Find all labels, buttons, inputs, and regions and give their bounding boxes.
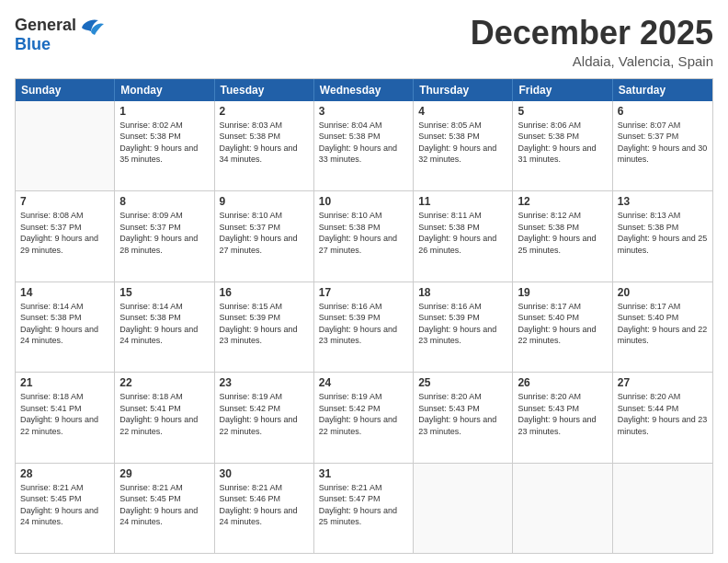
header-day-tuesday: Tuesday	[215, 79, 314, 101]
logo-top: General	[15, 15, 104, 35]
calendar-row-3: 21Sunrise: 8:18 AMSunset: 5:41 PMDayligh…	[16, 372, 712, 462]
empty-cell	[613, 464, 712, 553]
day-number: 22	[119, 376, 209, 389]
logo-general-text: General	[15, 16, 76, 35]
day-info: Sunrise: 8:13 AMSunset: 5:38 PMDaylight:…	[618, 210, 708, 256]
day-cell-30: 30Sunrise: 8:21 AMSunset: 5:46 PMDayligh…	[215, 464, 314, 553]
title-block: December 2025 Aldaia, Valencia, Spain	[471, 15, 713, 69]
day-cell-11: 11Sunrise: 8:11 AMSunset: 5:38 PMDayligh…	[414, 191, 513, 281]
calendar-header: SundayMondayTuesdayWednesdayThursdayFrid…	[16, 79, 712, 101]
day-cell-16: 16Sunrise: 8:15 AMSunset: 5:39 PMDayligh…	[215, 282, 314, 372]
page-header: General Blue December 2025 Aldaia, Valen…	[15, 15, 713, 69]
day-info: Sunrise: 8:20 AMSunset: 5:43 PMDaylight:…	[418, 391, 507, 437]
day-number: 5	[518, 105, 607, 118]
day-cell-17: 17Sunrise: 8:16 AMSunset: 5:39 PMDayligh…	[314, 282, 414, 372]
header-day-monday: Monday	[115, 79, 214, 101]
bird-icon	[78, 15, 104, 35]
day-cell-2: 2Sunrise: 8:03 AMSunset: 5:38 PMDaylight…	[215, 101, 314, 190]
logo-blue-text: Blue	[15, 35, 51, 54]
day-info: Sunrise: 8:20 AMSunset: 5:44 PMDaylight:…	[618, 391, 708, 437]
day-cell-14: 14Sunrise: 8:14 AMSunset: 5:38 PMDayligh…	[16, 282, 115, 372]
day-number: 19	[518, 286, 607, 299]
day-number: 17	[319, 286, 408, 299]
empty-cell	[513, 464, 612, 553]
day-cell-26: 26Sunrise: 8:20 AMSunset: 5:43 PMDayligh…	[513, 373, 612, 462]
day-cell-5: 5Sunrise: 8:06 AMSunset: 5:38 PMDaylight…	[513, 101, 612, 190]
day-number: 27	[618, 376, 708, 389]
day-info: Sunrise: 8:12 AMSunset: 5:38 PMDaylight:…	[518, 210, 607, 256]
day-info: Sunrise: 8:11 AMSunset: 5:38 PMDaylight:…	[418, 210, 507, 256]
day-cell-6: 6Sunrise: 8:07 AMSunset: 5:37 PMDaylight…	[613, 101, 712, 190]
day-info: Sunrise: 8:10 AMSunset: 5:38 PMDaylight:…	[319, 210, 408, 256]
day-info: Sunrise: 8:15 AMSunset: 5:39 PMDaylight:…	[220, 301, 309, 347]
day-cell-13: 13Sunrise: 8:13 AMSunset: 5:38 PMDayligh…	[613, 191, 712, 281]
day-info: Sunrise: 8:17 AMSunset: 5:40 PMDaylight:…	[518, 301, 607, 347]
day-info: Sunrise: 8:04 AMSunset: 5:38 PMDaylight:…	[319, 120, 408, 166]
page-container: General Blue December 2025 Aldaia, Valen…	[0, 0, 728, 563]
day-info: Sunrise: 8:14 AMSunset: 5:38 PMDaylight:…	[20, 301, 109, 347]
day-cell-7: 7Sunrise: 8:08 AMSunset: 5:37 PMDaylight…	[16, 191, 115, 281]
day-number: 7	[20, 195, 109, 208]
empty-cell	[414, 464, 513, 553]
day-cell-9: 9Sunrise: 8:10 AMSunset: 5:37 PMDaylight…	[215, 191, 314, 281]
day-number: 15	[119, 286, 209, 299]
day-info: Sunrise: 8:21 AMSunset: 5:47 PMDaylight:…	[319, 482, 408, 528]
day-cell-18: 18Sunrise: 8:16 AMSunset: 5:39 PMDayligh…	[414, 282, 513, 372]
calendar-row-4: 28Sunrise: 8:21 AMSunset: 5:45 PMDayligh…	[16, 463, 712, 553]
day-info: Sunrise: 8:18 AMSunset: 5:41 PMDaylight:…	[119, 391, 209, 437]
day-cell-28: 28Sunrise: 8:21 AMSunset: 5:45 PMDayligh…	[16, 464, 115, 553]
day-number: 20	[618, 286, 708, 299]
day-info: Sunrise: 8:05 AMSunset: 5:38 PMDaylight:…	[418, 120, 507, 166]
day-cell-4: 4Sunrise: 8:05 AMSunset: 5:38 PMDaylight…	[414, 101, 513, 190]
day-number: 1	[119, 105, 209, 118]
day-number: 24	[319, 376, 408, 389]
logo-blue-label: Blue	[15, 35, 51, 53]
location-text: Aldaia, Valencia, Spain	[471, 53, 713, 69]
day-cell-10: 10Sunrise: 8:10 AMSunset: 5:38 PMDayligh…	[314, 191, 414, 281]
day-number: 21	[20, 376, 109, 389]
day-number: 18	[418, 286, 507, 299]
logo-blue-bird	[76, 15, 104, 35]
day-info: Sunrise: 8:19 AMSunset: 5:42 PMDaylight:…	[220, 391, 309, 437]
month-title: December 2025	[471, 15, 713, 52]
day-info: Sunrise: 8:14 AMSunset: 5:38 PMDaylight:…	[119, 301, 209, 347]
header-day-thursday: Thursday	[414, 79, 513, 101]
day-cell-12: 12Sunrise: 8:12 AMSunset: 5:38 PMDayligh…	[513, 191, 612, 281]
day-number: 2	[220, 105, 309, 118]
day-number: 25	[418, 376, 507, 389]
header-day-sunday: Sunday	[16, 79, 115, 101]
day-cell-31: 31Sunrise: 8:21 AMSunset: 5:47 PMDayligh…	[314, 464, 414, 553]
day-info: Sunrise: 8:16 AMSunset: 5:39 PMDaylight:…	[418, 301, 507, 347]
day-info: Sunrise: 8:17 AMSunset: 5:40 PMDaylight:…	[618, 301, 708, 347]
empty-cell	[16, 101, 115, 190]
day-info: Sunrise: 8:03 AMSunset: 5:38 PMDaylight:…	[220, 120, 309, 166]
day-info: Sunrise: 8:06 AMSunset: 5:38 PMDaylight:…	[518, 120, 607, 166]
day-number: 3	[319, 105, 408, 118]
day-info: Sunrise: 8:09 AMSunset: 5:37 PMDaylight:…	[119, 210, 209, 256]
day-info: Sunrise: 8:21 AMSunset: 5:45 PMDaylight:…	[20, 482, 109, 528]
calendar-row-2: 14Sunrise: 8:14 AMSunset: 5:38 PMDayligh…	[16, 282, 712, 372]
day-number: 10	[319, 195, 408, 208]
day-cell-3: 3Sunrise: 8:04 AMSunset: 5:38 PMDaylight…	[314, 101, 414, 190]
day-number: 23	[220, 376, 309, 389]
day-number: 29	[119, 467, 209, 480]
day-cell-15: 15Sunrise: 8:14 AMSunset: 5:38 PMDayligh…	[115, 282, 214, 372]
day-number: 9	[220, 195, 309, 208]
logo: General Blue	[15, 15, 104, 54]
day-cell-20: 20Sunrise: 8:17 AMSunset: 5:40 PMDayligh…	[613, 282, 712, 372]
day-info: Sunrise: 8:21 AMSunset: 5:46 PMDaylight:…	[220, 482, 309, 528]
calendar: SundayMondayTuesdayWednesdayThursdayFrid…	[15, 78, 713, 554]
day-number: 16	[220, 286, 309, 299]
day-number: 13	[618, 195, 708, 208]
day-cell-27: 27Sunrise: 8:20 AMSunset: 5:44 PMDayligh…	[613, 373, 712, 462]
day-info: Sunrise: 8:21 AMSunset: 5:45 PMDaylight:…	[119, 482, 209, 528]
day-cell-8: 8Sunrise: 8:09 AMSunset: 5:37 PMDaylight…	[115, 191, 214, 281]
day-info: Sunrise: 8:20 AMSunset: 5:43 PMDaylight:…	[518, 391, 607, 437]
day-cell-19: 19Sunrise: 8:17 AMSunset: 5:40 PMDayligh…	[513, 282, 612, 372]
day-number: 8	[119, 195, 209, 208]
day-info: Sunrise: 8:08 AMSunset: 5:37 PMDaylight:…	[20, 210, 109, 256]
calendar-row-0: 1Sunrise: 8:02 AMSunset: 5:38 PMDaylight…	[16, 101, 712, 190]
day-info: Sunrise: 8:18 AMSunset: 5:41 PMDaylight:…	[20, 391, 109, 437]
day-number: 4	[418, 105, 507, 118]
day-info: Sunrise: 8:19 AMSunset: 5:42 PMDaylight:…	[319, 391, 408, 437]
